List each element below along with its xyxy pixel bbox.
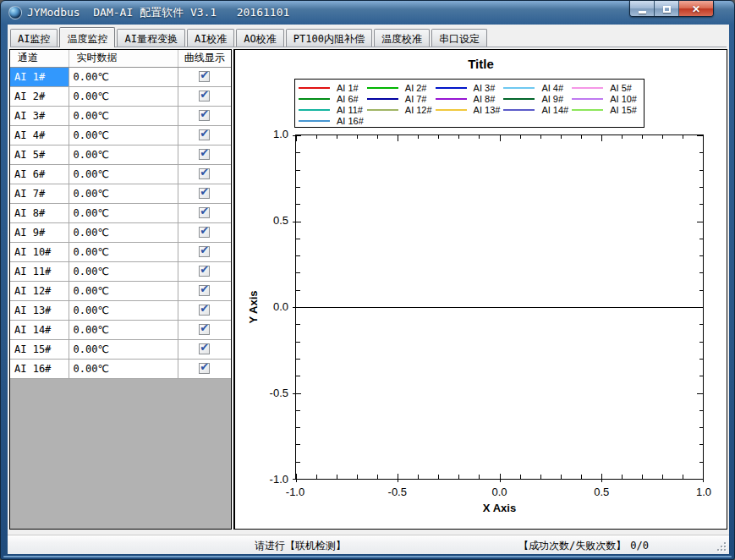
curve-display-checkbox[interactable]: ✔: [199, 305, 210, 316]
tab-5[interactable]: AO校准: [236, 29, 283, 47]
column-header-2[interactable]: 实时数据: [69, 50, 178, 67]
status-counter-label: 【成功次数/失败次数】: [518, 540, 626, 552]
value-cell[interactable]: 0.00℃: [69, 359, 178, 378]
axis-tick: [642, 135, 643, 139]
legend-color-line: [367, 98, 398, 100]
axis-tick: [699, 342, 703, 343]
value-cell[interactable]: 0.00℃: [69, 184, 178, 203]
tab-4[interactable]: AI校准: [187, 29, 234, 47]
curve-display-checkbox[interactable]: ✔: [199, 71, 210, 82]
channel-cell[interactable]: AI 1#: [10, 67, 69, 86]
curve-display-checkbox[interactable]: ✔: [199, 285, 210, 296]
legend-color-line: [436, 109, 467, 111]
channel-cell[interactable]: AI 7#: [10, 184, 69, 203]
channel-cell[interactable]: AI 6#: [10, 164, 69, 184]
axis-tick: [458, 475, 459, 479]
value-cell[interactable]: 0.00℃: [69, 242, 178, 261]
curve-display-checkbox[interactable]: ✔: [199, 91, 210, 102]
close-button[interactable]: ✕: [679, 1, 713, 17]
channel-cell[interactable]: AI 12#: [10, 281, 69, 300]
channel-cell[interactable]: AI 13#: [10, 300, 69, 320]
tab-1[interactable]: AI监控: [10, 29, 58, 47]
value-cell[interactable]: 0.00℃: [69, 222, 178, 242]
axis-tick: [699, 427, 703, 428]
value-cell[interactable]: 0.00℃: [69, 125, 178, 145]
minimize-button[interactable]: [630, 1, 655, 17]
value-cell[interactable]: 0.00℃: [69, 261, 178, 281]
value-cell[interactable]: 0.00℃: [69, 339, 178, 359]
channel-cell[interactable]: AI 9#: [10, 222, 69, 242]
curve-display-checkbox[interactable]: ✔: [199, 324, 210, 335]
value-cell[interactable]: 0.00℃: [69, 281, 178, 300]
legend-label: AI 13#: [474, 105, 501, 115]
curve-display-checkbox[interactable]: ✔: [199, 227, 210, 238]
curve-display-checkbox[interactable]: ✔: [199, 168, 210, 179]
table-row: AI 15#0.00℃✔: [10, 339, 231, 359]
tab-3[interactable]: AI量程变换: [117, 29, 184, 47]
column-header-3[interactable]: 曲线显示: [178, 50, 231, 67]
curve-display-checkbox[interactable]: ✔: [199, 188, 210, 199]
channel-cell[interactable]: AI 3#: [10, 106, 69, 125]
channel-cell[interactable]: AI 5#: [10, 145, 69, 164]
curve-display-checkbox[interactable]: ✔: [199, 129, 210, 140]
legend-item: AI 16#: [299, 115, 367, 126]
channel-cell[interactable]: AI 14#: [10, 320, 69, 339]
channel-cell[interactable]: AI 16#: [10, 359, 69, 378]
curve-display-checkbox[interactable]: ✔: [199, 343, 210, 354]
table-row: AI 7#0.00℃✔: [10, 184, 231, 203]
curve-display-checkbox[interactable]: ✔: [199, 266, 210, 277]
axis-tick: [296, 255, 300, 256]
tab-2[interactable]: 温度监控: [59, 27, 115, 47]
legend-color-line: [367, 109, 398, 111]
maximize-button[interactable]: [655, 1, 679, 17]
axis-tick: [561, 475, 562, 479]
axis-tick: [699, 290, 703, 291]
channel-cell[interactable]: AI 8#: [10, 203, 69, 222]
value-cell[interactable]: 0.00℃: [69, 203, 178, 222]
value-cell[interactable]: 0.00℃: [69, 164, 178, 184]
curve-checkbox-cell: ✔: [178, 164, 231, 184]
curve-checkbox-cell: ✔: [178, 339, 231, 359]
curve-display-checkbox[interactable]: ✔: [199, 246, 210, 257]
value-cell[interactable]: 0.00℃: [69, 320, 178, 339]
channel-cell[interactable]: AI 15#: [10, 339, 69, 359]
axis-tick: [642, 475, 643, 479]
status-message: 请进行【联机检测】: [255, 539, 346, 553]
axis-tick: [699, 324, 703, 325]
y-tick-label: 1.0: [235, 128, 288, 140]
tab-7[interactable]: 温度校准: [374, 29, 430, 47]
legend-color-line: [299, 109, 330, 111]
value-cell[interactable]: 0.00℃: [69, 86, 178, 106]
axis-tick: [296, 187, 300, 188]
value-cell[interactable]: 0.00℃: [69, 300, 178, 320]
resize-grip[interactable]: [717, 542, 727, 552]
curve-display-checkbox[interactable]: ✔: [199, 207, 210, 218]
column-header-1[interactable]: 通道: [10, 50, 69, 67]
channel-cell[interactable]: AI 11#: [10, 261, 69, 281]
channel-cell[interactable]: AI 2#: [10, 86, 69, 106]
channel-cell[interactable]: AI 10#: [10, 242, 69, 261]
checkmark-icon: ✔: [200, 264, 209, 275]
legend-label: AI 14#: [541, 105, 568, 115]
value-cell[interactable]: 0.00℃: [69, 145, 178, 164]
axis-tick: [357, 475, 358, 479]
value-cell[interactable]: 0.00℃: [69, 106, 178, 125]
curve-display-checkbox[interactable]: ✔: [199, 149, 210, 160]
axis-tick: [296, 290, 300, 291]
legend-color-line: [503, 109, 535, 111]
curve-display-checkbox[interactable]: ✔: [199, 110, 210, 121]
tab-8[interactable]: 串口设定: [431, 29, 487, 47]
legend-item: AI 9#: [503, 93, 572, 104]
value-cell[interactable]: 0.00℃: [69, 67, 178, 86]
curve-checkbox-cell: ✔: [178, 261, 231, 281]
titlebar[interactable]: JYModbus DAM-AI 配置软件 V3.1 20161101 ✕: [1, 1, 734, 25]
curve-display-checkbox[interactable]: ✔: [199, 363, 210, 374]
curve-checkbox-cell: ✔: [178, 145, 231, 164]
legend-label: AI 11#: [337, 105, 363, 115]
y-tick-label: -0.5: [235, 387, 288, 399]
channel-cell[interactable]: AI 4#: [10, 125, 69, 145]
checkmark-icon: ✔: [200, 69, 209, 80]
tab-6[interactable]: PT100内阻补偿: [286, 29, 372, 47]
checkmark-icon: ✔: [200, 167, 209, 178]
axis-tick: [296, 410, 300, 411]
